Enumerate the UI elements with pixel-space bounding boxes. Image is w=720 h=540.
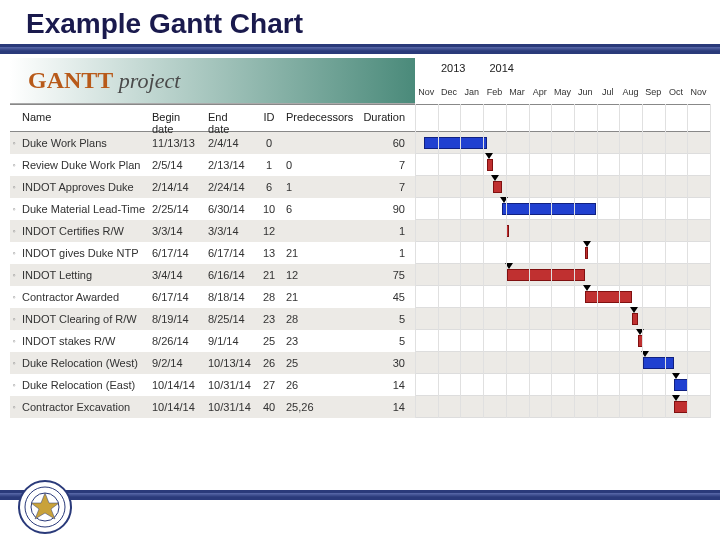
gantt-bar[interactable] [585, 291, 632, 303]
gantt-bar[interactable] [585, 247, 588, 259]
row-handle-icon[interactable]: ◦ [10, 314, 18, 324]
timeline-row [415, 264, 710, 286]
timeline-row [415, 286, 710, 308]
cell-dur: 7 [358, 181, 415, 193]
row-handle-icon[interactable]: ◦ [10, 226, 18, 236]
gantt-bar[interactable] [487, 159, 494, 171]
cell-dur: 5 [358, 313, 415, 325]
row-handle-icon[interactable]: ◦ [10, 402, 18, 412]
gantt-bar[interactable] [493, 181, 501, 193]
dependency-arrow-icon [485, 153, 493, 159]
cell-id: 13 [256, 247, 282, 259]
dependency-arrow-icon [636, 329, 644, 335]
cell-pred: 25 [282, 357, 358, 369]
cell-dur: 75 [358, 269, 415, 281]
gantt-bar[interactable] [632, 313, 637, 325]
gantt-bar[interactable] [638, 335, 643, 347]
gantt-bar[interactable] [424, 137, 487, 149]
cell-end: 2/24/14 [204, 181, 256, 193]
dependency-arrow-icon [672, 373, 680, 379]
col-header-name[interactable]: Name [18, 105, 148, 131]
cell-id: 26 [256, 357, 282, 369]
timeline-row [415, 220, 710, 242]
slide-title: Example Gantt Chart [0, 0, 720, 44]
cell-pred: 26 [282, 379, 358, 391]
cell-id: 10 [256, 203, 282, 215]
row-handle-icon[interactable]: ◦ [10, 204, 18, 214]
cell-end: 8/25/14 [204, 313, 256, 325]
cell-id: 23 [256, 313, 282, 325]
cell-begin: 2/25/14 [148, 203, 204, 215]
col-header-id[interactable]: ID [256, 105, 282, 131]
gantt-bar[interactable] [643, 357, 674, 369]
cell-end: 2/4/14 [204, 137, 256, 149]
timeline-row [415, 154, 710, 176]
col-header-pred[interactable]: Predecessors [282, 105, 358, 131]
cell-begin: 3/3/14 [148, 225, 204, 237]
row-handle-icon[interactable]: ◦ [10, 182, 18, 192]
row-handle-icon[interactable]: ◦ [10, 138, 18, 148]
row-handle-icon[interactable]: ◦ [10, 292, 18, 302]
col-header-end[interactable]: End date [204, 105, 256, 131]
row-handle-icon[interactable]: ◦ [10, 380, 18, 390]
dependency-arrow-icon [491, 175, 499, 181]
year-label: 2014 [485, 62, 513, 74]
gantt-bar[interactable] [674, 379, 687, 391]
gantt-chart: GANTT project 2013 2014 NovDecJanFebMarA… [10, 58, 710, 418]
row-handle-icon[interactable]: ◦ [10, 358, 18, 368]
cell-id: 6 [256, 181, 282, 193]
cell-pred: 6 [282, 203, 358, 215]
cell-pred: 21 [282, 291, 358, 303]
cell-end: 8/18/14 [204, 291, 256, 303]
cell-pred: 23 [282, 335, 358, 347]
cell-begin: 8/19/14 [148, 313, 204, 325]
cell-end: 3/3/14 [204, 225, 256, 237]
col-header-dur[interactable]: Duration [358, 105, 415, 131]
cell-begin: 10/14/14 [148, 401, 204, 413]
cell-end: 6/30/14 [204, 203, 256, 215]
cell-name: Duke Relocation (West) [18, 357, 148, 369]
cell-name: INDOT Approves Duke [18, 181, 148, 193]
month-label: Aug [619, 81, 642, 104]
cell-begin: 6/17/14 [148, 291, 204, 303]
cell-pred: 25,26 [282, 401, 358, 413]
month-label: May [551, 81, 574, 104]
cell-pred: 21 [282, 247, 358, 259]
cell-dur: 45 [358, 291, 415, 303]
cell-dur: 7 [358, 159, 415, 171]
cell-id: 1 [256, 159, 282, 171]
cell-pred: 12 [282, 269, 358, 281]
cell-begin: 10/14/14 [148, 379, 204, 391]
cell-name: INDOT stakes R/W [18, 335, 148, 347]
cell-name: Review Duke Work Plan [18, 159, 148, 171]
col-header-begin[interactable]: Begin date [148, 105, 204, 131]
row-handle-icon[interactable]: ◦ [10, 248, 18, 258]
month-label: Oct [665, 81, 688, 104]
cell-begin: 2/14/14 [148, 181, 204, 193]
row-handle-icon[interactable]: ◦ [10, 160, 18, 170]
logo-brand: GANTT [28, 67, 113, 93]
cell-begin: 8/26/14 [148, 335, 204, 347]
cell-end: 2/13/14 [204, 159, 256, 171]
month-label: Sep [642, 81, 665, 104]
row-handle-icon[interactable]: ◦ [10, 336, 18, 346]
gantt-bar[interactable] [502, 203, 596, 215]
dependency-arrow-icon [505, 263, 513, 269]
cell-dur: 5 [358, 335, 415, 347]
cell-end: 10/31/14 [204, 379, 256, 391]
cell-dur: 30 [358, 357, 415, 369]
dependency-arrow-icon [583, 241, 591, 247]
gantt-bar[interactable] [506, 225, 509, 237]
cell-id: 12 [256, 225, 282, 237]
cell-end: 6/16/14 [204, 269, 256, 281]
row-handle-icon[interactable]: ◦ [10, 270, 18, 280]
cell-id: 25 [256, 335, 282, 347]
timeline-row [415, 330, 710, 352]
cell-dur: 90 [358, 203, 415, 215]
gantt-bar[interactable] [674, 401, 687, 413]
gantt-bar[interactable] [507, 269, 585, 281]
cell-begin: 11/13/13 [148, 137, 204, 149]
cell-dur: 60 [358, 137, 415, 149]
cell-end: 10/13/14 [204, 357, 256, 369]
cell-name: Duke Material Lead-Time [18, 203, 148, 215]
